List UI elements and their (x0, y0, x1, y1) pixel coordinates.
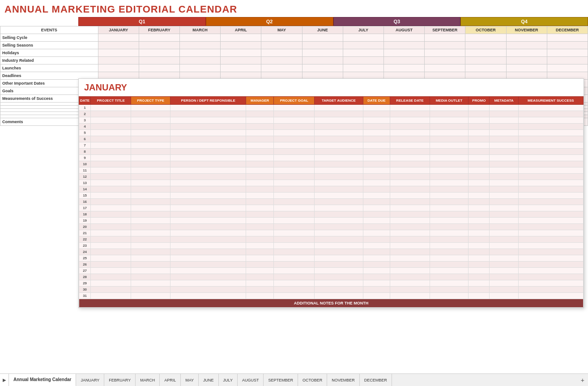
jan-cell[interactable] (246, 180, 274, 186)
jan-cell[interactable] (170, 149, 246, 155)
jan-cell[interactable] (518, 287, 583, 293)
jan-cell[interactable] (363, 167, 390, 174)
jan-cell[interactable] (490, 236, 518, 243)
jan-cell[interactable] (170, 136, 246, 142)
jan-cell[interactable] (390, 142, 430, 149)
jan-cell[interactable] (131, 193, 170, 199)
jan-cell[interactable] (91, 105, 131, 111)
event-cell[interactable] (261, 34, 302, 42)
jan-cell[interactable] (315, 117, 363, 124)
jan-cell[interactable] (274, 218, 315, 224)
jan-cell[interactable] (490, 155, 518, 161)
jan-cell[interactable] (469, 186, 490, 193)
jan-cell[interactable] (274, 174, 315, 180)
jan-cell[interactable] (131, 105, 170, 111)
jan-cell[interactable] (246, 161, 274, 167)
jan-cell[interactable] (430, 255, 469, 262)
jan-cell[interactable] (246, 199, 274, 205)
jan-cell[interactable] (363, 199, 390, 205)
event-cell[interactable] (343, 42, 383, 49)
event-cell[interactable] (261, 57, 302, 64)
jan-cell[interactable] (363, 243, 390, 249)
jan-cell[interactable] (246, 167, 274, 174)
jan-cell[interactable] (170, 155, 246, 161)
jan-cell[interactable] (490, 167, 518, 174)
jan-cell[interactable] (170, 230, 246, 236)
tab-october[interactable]: OCTOBER (298, 374, 327, 386)
jan-cell[interactable] (315, 211, 363, 218)
event-cell[interactable] (506, 64, 547, 72)
tab-june[interactable]: JUNE (199, 374, 219, 386)
jan-cell[interactable] (246, 186, 274, 193)
jan-cell[interactable] (91, 186, 131, 193)
event-cell[interactable] (302, 49, 343, 57)
jan-cell[interactable] (490, 224, 518, 230)
event-cell[interactable] (465, 57, 506, 64)
jan-cell[interactable] (274, 293, 315, 299)
jan-cell[interactable] (91, 230, 131, 236)
jan-cell[interactable] (490, 249, 518, 255)
jan-cell[interactable] (246, 155, 274, 161)
jan-cell[interactable] (390, 243, 430, 249)
jan-cell[interactable] (430, 249, 469, 255)
jan-cell[interactable] (469, 155, 490, 161)
tab-april[interactable]: APRIL (160, 374, 181, 386)
jan-cell[interactable] (131, 230, 170, 236)
jan-cell[interactable] (246, 249, 274, 255)
jan-cell[interactable] (430, 180, 469, 186)
event-cell[interactable] (180, 64, 221, 72)
jan-cell[interactable] (246, 130, 274, 136)
jan-cell[interactable] (131, 211, 170, 218)
event-cell[interactable] (180, 57, 221, 64)
jan-cell[interactable] (469, 287, 490, 293)
jan-cell[interactable] (363, 236, 390, 243)
jan-cell[interactable] (131, 167, 170, 174)
jan-cell[interactable] (390, 174, 430, 180)
jan-cell[interactable] (246, 205, 274, 211)
jan-cell[interactable] (91, 293, 131, 299)
event-cell[interactable] (139, 57, 179, 64)
jan-cell[interactable] (170, 199, 246, 205)
event-cell[interactable] (221, 57, 261, 64)
jan-cell[interactable] (170, 186, 246, 193)
jan-cell[interactable] (246, 142, 274, 149)
event-cell[interactable] (343, 34, 383, 42)
jan-cell[interactable] (469, 142, 490, 149)
jan-cell[interactable] (131, 287, 170, 293)
jan-cell[interactable] (315, 230, 363, 236)
jan-cell[interactable] (131, 293, 170, 299)
jan-cell[interactable] (363, 180, 390, 186)
jan-cell[interactable] (246, 211, 274, 218)
jan-cell[interactable] (315, 199, 363, 205)
jan-cell[interactable] (315, 180, 363, 186)
jan-cell[interactable] (91, 236, 131, 243)
jan-cell[interactable] (518, 255, 583, 262)
jan-cell[interactable] (390, 268, 430, 274)
jan-cell[interactable] (430, 136, 469, 142)
jan-cell[interactable] (170, 117, 246, 124)
jan-cell[interactable] (469, 205, 490, 211)
jan-cell[interactable] (390, 161, 430, 167)
jan-cell[interactable] (170, 205, 246, 211)
jan-cell[interactable] (390, 186, 430, 193)
jan-cell[interactable] (363, 124, 390, 130)
jan-cell[interactable] (430, 130, 469, 136)
jan-cell[interactable] (91, 205, 131, 211)
event-cell[interactable] (383, 57, 424, 64)
jan-cell[interactable] (91, 111, 131, 117)
event-cell[interactable] (221, 64, 261, 72)
event-cell[interactable] (98, 64, 139, 72)
event-cell[interactable] (425, 42, 465, 49)
event-cell[interactable] (221, 34, 261, 42)
jan-cell[interactable] (315, 262, 363, 268)
jan-cell[interactable] (315, 161, 363, 167)
jan-cell[interactable] (363, 224, 390, 230)
jan-cell[interactable] (363, 142, 390, 149)
jan-cell[interactable] (430, 161, 469, 167)
jan-cell[interactable] (246, 105, 274, 111)
tab-january[interactable]: JANUARY (76, 374, 104, 386)
jan-cell[interactable] (131, 243, 170, 249)
jan-cell[interactable] (518, 130, 583, 136)
tab-prev-btn[interactable]: ▶ (0, 374, 9, 386)
jan-cell[interactable] (469, 149, 490, 155)
